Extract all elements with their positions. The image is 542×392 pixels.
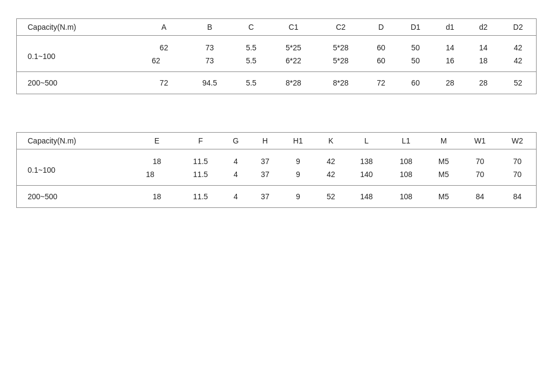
cell-0-1-1: 11.5	[179, 168, 222, 186]
cell-0-1-9: 42	[500, 54, 536, 72]
col-header-8: d1	[434, 19, 467, 36]
col-header-6: K	[315, 133, 347, 149]
cell-0-1-2: 4	[222, 168, 249, 186]
col-header-4: H	[249, 133, 281, 149]
cell-0-0-1: 11.5	[179, 149, 222, 168]
col-header-9: M	[426, 133, 462, 149]
cell-0-0-3: 5*25	[270, 36, 317, 55]
cell-1-0-5: 52	[315, 186, 347, 208]
table-row: 0.1~10062735.55*255*286050141442	[17, 36, 537, 55]
cell-0-0-5: 42	[315, 149, 347, 168]
table2-wrap: Capacity(N.m)EFGHH1KLL1MW1W2 0.1~1001811…	[11, 132, 531, 208]
cell-0-0-8: 14	[467, 36, 500, 55]
col-header-10: W1	[461, 133, 499, 149]
cell-0-1-7: 16	[434, 54, 467, 72]
cell-0-0-2: 4	[222, 149, 249, 168]
cell-0-0-3: 37	[249, 149, 281, 168]
col-header-1: E	[135, 133, 179, 149]
cell-0-1-10: 70	[499, 168, 537, 186]
cell-1-0-6: 60	[398, 72, 434, 94]
cell-1-0-8: 28	[467, 72, 500, 94]
cell-0-1-0: 18	[135, 168, 179, 186]
capacity-label: 200~500	[17, 72, 141, 94]
col-header-10: D2	[500, 19, 536, 36]
table-row: 0.1~1001811.5437942138108M57070	[17, 149, 537, 168]
cell-0-1-4: 9	[281, 168, 315, 186]
cell-1-0-5: 72	[364, 72, 397, 94]
col-header-1: A	[141, 19, 187, 36]
col-header-0: Capacity(N.m)	[17, 133, 136, 149]
col-header-6: D	[364, 19, 397, 36]
cell-0-0-8: M5	[426, 149, 462, 168]
col-header-8: L1	[386, 133, 426, 149]
cell-0-1-7: 108	[386, 168, 426, 186]
cell-1-0-7: 28	[434, 72, 467, 94]
cell-0-0-0: 62	[141, 36, 187, 55]
cell-0-0-9: 42	[500, 36, 536, 55]
table1-wrap: Capacity(N.m)ABCC1C2DD1d1d2D2 0.1~100627…	[11, 18, 531, 94]
cell-0-0-9: 70	[461, 149, 499, 168]
cell-0-0-1: 73	[187, 36, 233, 55]
cell-0-1-6: 50	[398, 54, 434, 72]
cell-0-1-3: 6*22	[270, 54, 317, 72]
cell-0-1-8: M5	[426, 168, 462, 186]
cell-1-0-7: 108	[386, 186, 426, 208]
cell-0-1-9: 70	[461, 168, 499, 186]
cell-1-0-3: 8*28	[270, 72, 317, 94]
cell-0-0-6: 138	[347, 149, 386, 168]
col-header-5: H1	[281, 133, 315, 149]
cell-0-1-0: 62	[141, 54, 187, 72]
cell-0-0-4: 5*28	[317, 36, 364, 55]
col-header-11: W2	[499, 133, 537, 149]
cell-1-0-8: M5	[426, 186, 462, 208]
col-header-3: C	[233, 19, 270, 36]
col-header-7: D1	[398, 19, 434, 36]
cell-1-0-3: 37	[249, 186, 281, 208]
cell-1-0-1: 11.5	[179, 186, 222, 208]
col-header-5: C2	[317, 19, 364, 36]
cell-0-1-2: 5.5	[233, 54, 270, 72]
cell-1-0-4: 8*28	[317, 72, 364, 94]
capacity-label: 200~500	[17, 186, 136, 208]
cell-1-0-0: 18	[135, 186, 179, 208]
cell-1-0-0: 72	[141, 72, 187, 94]
cell-1-0-9: 52	[500, 72, 536, 94]
col-header-4: C1	[270, 19, 317, 36]
col-header-2: F	[179, 133, 222, 149]
cell-1-0-1: 94.5	[187, 72, 233, 94]
cell-1-0-2: 5.5	[233, 72, 270, 94]
cell-0-0-0: 18	[135, 149, 179, 168]
cell-0-1-1: 73	[187, 54, 233, 72]
cell-0-1-5: 42	[315, 168, 347, 186]
cell-1-0-2: 4	[222, 186, 249, 208]
cell-1-0-9: 84	[461, 186, 499, 208]
cell-0-0-6: 50	[398, 36, 434, 55]
table-row: 200~5007294.55.58*288*287260282852	[17, 72, 537, 94]
table-row: 200~5001811.5437952148108M58484	[17, 186, 537, 208]
capacity-label: 0.1~100	[17, 149, 136, 186]
cell-0-1-5: 60	[364, 54, 397, 72]
col-header-0: Capacity(N.m)	[17, 19, 141, 36]
cell-1-0-6: 148	[347, 186, 386, 208]
cell-0-0-10: 70	[499, 149, 537, 168]
col-header-3: G	[222, 133, 249, 149]
cell-0-0-7: 108	[386, 149, 426, 168]
col-header-7: L	[347, 133, 386, 149]
cell-0-1-8: 18	[467, 54, 500, 72]
cell-0-0-4: 9	[281, 149, 315, 168]
cell-0-1-6: 140	[347, 168, 386, 186]
cell-0-1-4: 5*28	[317, 54, 364, 72]
cell-1-0-4: 9	[281, 186, 315, 208]
cell-0-1-3: 37	[249, 168, 281, 186]
cell-1-0-10: 84	[499, 186, 537, 208]
capacity-label: 0.1~100	[17, 36, 141, 72]
col-header-2: B	[187, 19, 233, 36]
cell-0-0-2: 5.5	[233, 36, 270, 55]
cell-0-0-5: 60	[364, 36, 397, 55]
cell-0-0-7: 14	[434, 36, 467, 55]
col-header-9: d2	[467, 19, 500, 36]
